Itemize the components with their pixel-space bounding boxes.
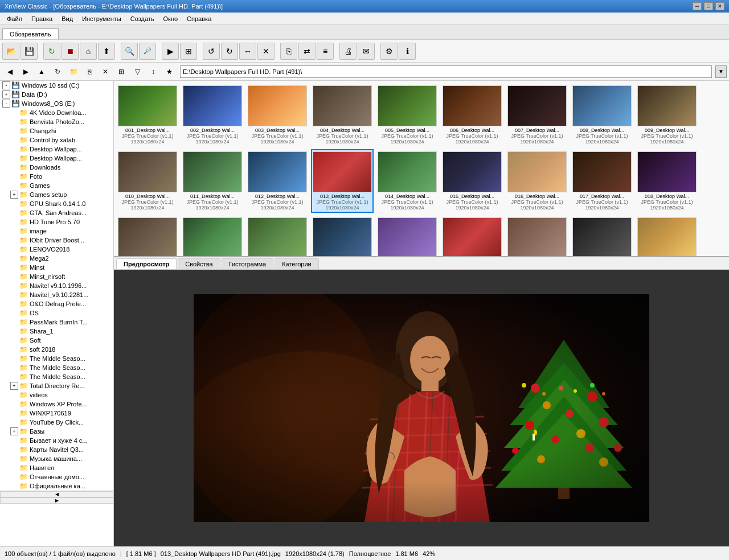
view-button[interactable]: ⊞ [114,65,129,79]
zoom-in-button[interactable]: 🔍 [121,43,138,60]
sidebar-tree-item[interactable]: +💾Data (D:) [0,90,113,99]
rotate-right-button[interactable]: ↻ [221,43,238,60]
sidebar-tree-item[interactable]: 📁Control by xatab [0,135,113,145]
menu-item-file[interactable]: Файл [2,14,27,23]
sidebar-tree-item[interactable]: 📁YouTube By Click... [0,418,113,427]
sidebar-tree-item[interactable]: 📁IObit Driver Boost... [0,236,113,245]
up-button[interactable]: ▲ [34,65,49,79]
menu-item-view[interactable]: Вид [57,14,77,23]
tab-categories[interactable]: Категории [275,258,319,269]
thumbnail-item[interactable]: 023_Desktop Wal...JPEG TrueColor (v1.1)1… [376,215,439,257]
sidebar-tree-item[interactable]: 📁Minst_nirsoft [0,272,113,281]
tree-expander-icon[interactable]: + [10,191,18,199]
tab-preview[interactable]: Предпросмотр [116,258,177,269]
sidebar-tree-item[interactable]: 📁Отчаянные домо... [0,472,113,481]
tab-histogram[interactable]: Гистограмма [222,258,274,269]
sidebar-tree-item[interactable]: 📁Benvista PhotoZo... [0,117,113,126]
menu-item-help[interactable]: Справка [182,14,216,23]
sort-button[interactable]: ↕ [146,65,161,79]
browser-tab[interactable]: Обозреватель [2,28,59,39]
thumbnail-item[interactable]: 007_Desktop Wal...JPEG TrueColor (v1.1)1… [506,83,568,147]
sidebar-tree-item[interactable]: 📁HD Tune Pro 5.70 [0,217,113,227]
sidebar-scroll-left[interactable]: ◀ [0,491,113,497]
flip-button[interactable]: ↔ [239,43,256,60]
batch-button[interactable]: ≡ [317,43,334,60]
open-button[interactable]: 📂 [2,43,19,60]
sidebar-tree-item[interactable]: 📁Desktop Wallpap... [0,154,113,163]
menu-item-create[interactable]: Создать [126,14,159,23]
thumbnail-item[interactable]: 010_Desktop Wal...JPEG TrueColor (v1.1)1… [116,149,179,213]
thumbnail-item[interactable]: 008_Desktop Wal...JPEG TrueColor (v1.1)1… [571,83,633,147]
sidebar-tree-item[interactable]: 📁Официальные ка... [0,481,113,491]
stop-button[interactable]: ⏹ [62,43,79,60]
thumbnail-item[interactable]: 011_Desktop Wal...JPEG TrueColor (v1.1)1… [181,149,244,213]
tab-properties[interactable]: Свойства [178,258,220,269]
sidebar-tree-item[interactable]: 📁The Middle Seaso... [0,363,113,372]
sidebar-tree-item[interactable]: 📁O&O Defrag Profe... [0,299,113,308]
thumbnail-item[interactable]: 013_Desktop Wal...JPEG TrueColor (v1.1)1… [311,149,374,213]
sidebar-tree-item[interactable]: 📁The Middle Seaso... [0,354,113,363]
sidebar-tree-item[interactable]: 📁Windows XP Profe... [0,400,113,409]
sidebar-tree-item[interactable]: -💾Windows8_OS (E:) [0,99,113,108]
sidebar-tree-item[interactable]: 📁The Middle Seaso... [0,372,113,381]
print-button[interactable]: 🖨 [339,43,357,60]
grid-button[interactable]: ⊞ [180,43,197,60]
thumbnail-item[interactable]: 002_Desktop Wal...JPEG TrueColor (v1.1)1… [181,83,244,147]
thumbnail-item[interactable]: 021_Desktop Wal...JPEG TrueColor (v1.1)1… [246,215,309,257]
zoom-out-button[interactable]: 🔎 [139,43,156,60]
star-nav-button[interactable]: ★ [162,65,177,79]
sidebar-tree-item[interactable]: 📁Навител [0,463,113,472]
forward-button[interactable]: ▶ [18,65,33,79]
sidebar-tree-item[interactable]: 📁GPU Shark 0.14.1.0 [0,199,113,208]
tree-expander-icon[interactable]: + [10,427,18,435]
rotate-left-button[interactable]: ↺ [203,43,220,60]
thumbnail-item[interactable]: 020_Desktop Wal...JPEG TrueColor (v1.1)1… [181,215,244,257]
thumbnail-item[interactable]: 016_Desktop Wal...JPEG TrueColor (v1.1)1… [506,149,568,213]
thumbnail-item[interactable]: 003_Desktop Wal...JPEG TrueColor (v1.1)1… [246,83,309,147]
thumbnail-item[interactable]: 022_Desktop Wal...JPEG TrueColor (v1.1)1… [311,215,374,257]
copy-path-button[interactable]: ⎘ [82,65,97,79]
menu-item-window[interactable]: Окно [159,14,183,23]
sidebar-tree-item[interactable]: 📁Games [0,181,113,190]
thumbnail-item[interactable]: 018_Desktop Wal...JPEG TrueColor (v1.1)1… [636,149,698,213]
copy-button[interactable]: ⎘ [280,43,297,60]
info-button[interactable]: ℹ [399,43,416,60]
thumbnail-item[interactable]: 026_Desktop Wal...JPEG TrueColor (v1.1)1… [571,215,633,257]
thumbnail-item[interactable]: 009_Desktop Wal...JPEG TrueColor (v1.1)1… [636,83,698,147]
thumbnail-item[interactable]: 004_Desktop Wal...JPEG TrueColor (v1.1)1… [311,83,374,147]
delete-button[interactable]: ✕ [257,43,275,60]
sidebar-tree-item[interactable]: 📁image [0,227,113,236]
thumbnail-item[interactable]: 001_Desktop Wal...JPEG TrueColor (v1.1)1… [116,83,179,147]
sidebar-tree-item[interactable]: -💾Windows 10 ssd (C:) [0,81,113,90]
thumbnail-item[interactable]: 012_Desktop Wal...JPEG TrueColor (v1.1)1… [246,149,309,213]
sidebar-scroll-right[interactable]: ▶ [0,497,113,504]
sidebar-tree-item[interactable]: +📁Базы [0,427,113,436]
convert-button[interactable]: ⇄ [298,43,316,60]
sidebar-tree-item[interactable]: 📁Soft [0,336,113,345]
sidebar-tree-item[interactable]: 📁WINXP170619 [0,409,113,418]
sidebar-tree-item[interactable]: 📁Changzhi [0,126,113,135]
close-button[interactable]: ✕ [715,2,724,10]
thumbnail-item[interactable]: 019_Desktop Wal...JPEG TrueColor (v1.1)1… [116,215,179,257]
folder-up-button[interactable]: ⬆ [98,43,115,60]
sidebar-tree-item[interactable]: 📁soft 2018 [0,345,113,354]
menu-item-tools[interactable]: Инструменты [77,14,126,23]
tree-expander-icon[interactable]: - [2,100,10,108]
thumbnail-item[interactable]: 014_Desktop Wal...JPEG TrueColor (v1.1)1… [376,149,439,213]
sidebar-tree-item[interactable]: +📁Total Directory Re... [0,381,113,390]
address-input[interactable] [180,65,712,78]
sidebar-tree-item[interactable]: 📁Shara_1 [0,327,113,336]
new-folder-nav-button[interactable]: 📁 [66,65,81,79]
email-button[interactable]: ✉ [358,43,375,60]
thumbnail-item[interactable]: 006_Desktop Wal...JPEG TrueColor (v1.1)1… [441,83,503,147]
tree-expander-icon[interactable]: + [2,90,10,98]
sidebar-tree-item[interactable]: 📁Mega2 [0,254,113,263]
thumbnail-item[interactable]: 024_Desktop Wal...JPEG TrueColor (v1.1)1… [441,215,503,257]
sidebar-tree-item[interactable]: 📁Desktop Wallpap... [0,145,113,154]
sidebar-tree-item[interactable]: 📁Navitel v9.10.1996... [0,281,113,290]
sidebar-tree-item[interactable]: 📁Foto [0,172,113,181]
tree-expander-icon[interactable]: - [2,81,10,89]
thumbnail-item[interactable]: 017_Desktop Wal...JPEG TrueColor (v1.1)1… [571,149,633,213]
tree-expander-icon[interactable]: + [10,382,18,390]
save-button[interactable]: 💾 [21,43,38,60]
